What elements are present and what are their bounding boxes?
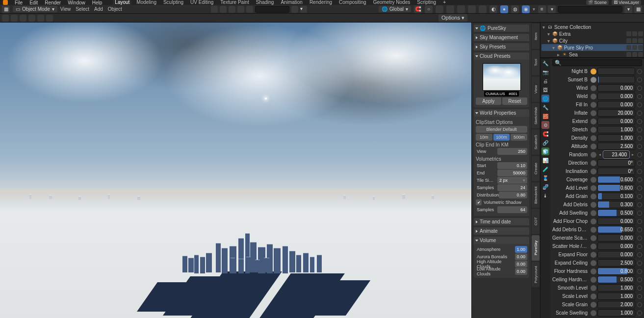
prop-field[interactable]: 0.600 (597, 184, 635, 192)
prop-dot-icon[interactable] (591, 102, 596, 108)
prop-field[interactable]: 0° (597, 168, 635, 175)
prop-field[interactable]: 0.000 (597, 218, 635, 225)
properties-search-input[interactable] (562, 60, 640, 65)
prop-dot-icon[interactable] (591, 210, 596, 216)
outliner-filter-icon[interactable]: ▾ (624, 5, 632, 13)
prop-dot-icon[interactable] (591, 85, 596, 91)
prop-keyframe-icon[interactable] (637, 144, 642, 149)
prop-field[interactable]: 1.000 (597, 284, 635, 292)
npanel-tab-item[interactable]: Item (532, 24, 540, 49)
prop-keyframe-icon[interactable] (637, 186, 642, 191)
workspace-tab-modeling[interactable]: Modeling (134, 0, 158, 5)
prop-keyframe-icon[interactable] (637, 127, 642, 132)
npanel-tab-cot[interactable]: COT (532, 209, 540, 234)
properties-tab-5[interactable]: 🔧 (541, 103, 549, 111)
workspace-tab-scripting[interactable]: Scripting (415, 0, 438, 5)
prop-field[interactable]: 1.000 (597, 126, 635, 133)
workspace-tab-compositing[interactable]: Compositing (337, 0, 368, 5)
prop-dot-icon[interactable] (591, 194, 596, 199)
panel-header-volume[interactable]: Volume (474, 237, 529, 244)
prop-keyframe-icon[interactable] (637, 102, 642, 107)
prop-keyframe-icon[interactable] (637, 136, 642, 141)
add-menu[interactable]: Add (94, 6, 103, 12)
prop-field[interactable] (597, 68, 635, 75)
edit-menu[interactable]: Edit (29, 0, 38, 5)
file-menu[interactable]: File (15, 0, 23, 5)
npanel-tab-create[interactable]: Create (532, 156, 540, 181)
tool-icon-b[interactable] (11, 15, 18, 22)
aurora-borealis-field[interactable]: 0.00 (515, 253, 527, 260)
viewport-3d[interactable] (0, 23, 471, 318)
npanel-root-header[interactable]: 🌐 PureSky (474, 24, 529, 32)
prop-dot-icon[interactable] (591, 177, 596, 183)
prop-field[interactable]: 2.500 (597, 143, 635, 150)
panel-header-sky-presets[interactable]: Sky Presets (474, 43, 529, 50)
prop-keyframe-icon[interactable] (637, 302, 642, 307)
prop-field[interactable]: 1.000 (597, 309, 635, 317)
properties-tab-3[interactable]: 🖼 (541, 86, 549, 94)
npanel-tab-blenderkit[interactable]: Blenderkit (532, 182, 540, 208)
prop-keyframe-icon[interactable] (637, 269, 642, 274)
gizmos-toggle-icon[interactable] (457, 5, 465, 13)
properties-tab-6[interactable]: 🧱 (541, 112, 549, 120)
properties-tab-9[interactable]: 🔗 (541, 139, 549, 147)
outliner-row-extra[interactable]: ▾ 📦 Extra (541, 30, 643, 37)
properties-tab-15[interactable]: 🌡 (541, 192, 549, 199)
prop-field[interactable]: 1.000 (597, 293, 635, 300)
apply-preset-button[interactable]: Apply (476, 98, 501, 105)
prop-keyframe-icon[interactable] (637, 311, 642, 316)
properties-tab-8[interactable]: 🧲 (541, 130, 549, 138)
tool-icon-e[interactable] (37, 15, 44, 22)
prop-field[interactable]: 2.500 (597, 259, 635, 267)
prop-keyframe-icon[interactable] (637, 194, 642, 199)
prop-dot-icon[interactable] (591, 227, 596, 233)
prop-keyframe-icon[interactable] (637, 69, 642, 74)
prop-keyframe-icon[interactable] (637, 294, 642, 299)
rendered-shading-icon[interactable]: ◉ (522, 5, 530, 13)
select-tool-icon[interactable] (211, 6, 218, 13)
prop-dot-icon[interactable] (591, 235, 596, 241)
help-menu[interactable]: Help (92, 0, 103, 5)
prop-field[interactable]: 0.500 (597, 209, 635, 217)
mode-dropdown[interactable]: ▭ Object Mode ▾ (13, 6, 57, 12)
prop-keyframe-icon[interactable] (637, 86, 642, 91)
panel-header-animate[interactable]: Animate (474, 227, 529, 235)
orientation-dropdown[interactable]: 🌐 Global ▾ (379, 6, 411, 12)
properties-search[interactable]: 🔍 (552, 59, 642, 66)
new-collection-icon[interactable]: ▦ (634, 5, 642, 13)
solid-shading-icon[interactable]: ● (500, 5, 508, 13)
outliner-row-sea[interactable]: ▸ ☀ Sea (541, 51, 643, 58)
viewport-options-button[interactable]: Options ▾ (438, 14, 467, 22)
prop-dot-icon[interactable] (591, 269, 596, 274)
clip-option-10m[interactable]: 10m (476, 134, 492, 141)
npanel-tab-tool[interactable]: Tool (532, 50, 540, 75)
increment-icon[interactable]: ▸ (630, 152, 635, 157)
prop-dot-icon[interactable] (591, 69, 596, 74)
prop-dot-icon[interactable] (591, 185, 596, 191)
vshadow-samples-field[interactable]: 64 (497, 206, 527, 213)
workspace-tab-geometry-nodes[interactable]: Geometry Nodes (371, 0, 412, 5)
overlay-icon-a[interactable] (229, 6, 235, 13)
tool-icon-a[interactable] (2, 15, 9, 22)
properties-tab-11[interactable]: 📊 (541, 156, 549, 164)
view-menu[interactable]: View (60, 6, 71, 12)
xray-toggle-icon[interactable] (479, 5, 487, 13)
window-menu[interactable]: Window (68, 0, 85, 5)
outliner-root[interactable]: ▾🗂 Scene Collection (541, 24, 643, 30)
atmosphere-field[interactable]: 1.00 (515, 246, 527, 253)
prop-keyframe-icon[interactable] (637, 286, 642, 291)
overlays-toggle-icon[interactable] (468, 5, 476, 13)
cloud-preset-thumbnail[interactable] (483, 63, 521, 91)
properties-tab-0[interactable]: 🔧 (541, 59, 549, 67)
prop-field[interactable]: 0.000 (597, 93, 635, 100)
prop-dot-icon[interactable] (591, 110, 596, 116)
prop-dot-icon[interactable] (591, 160, 596, 166)
workspace-tab-animation[interactable]: Animation (279, 0, 304, 5)
proportional-icon[interactable]: ○ (425, 5, 433, 13)
prop-keyframe-icon[interactable] (637, 177, 642, 182)
prop-field[interactable]: 0.600 (597, 176, 635, 183)
properties-tab-13[interactable]: 🧵 (541, 174, 549, 182)
tool-icon-c[interactable] (20, 15, 26, 22)
prop-keyframe-icon[interactable] (637, 227, 642, 232)
panel-header-sky-management[interactable]: Sky Management (474, 34, 529, 41)
